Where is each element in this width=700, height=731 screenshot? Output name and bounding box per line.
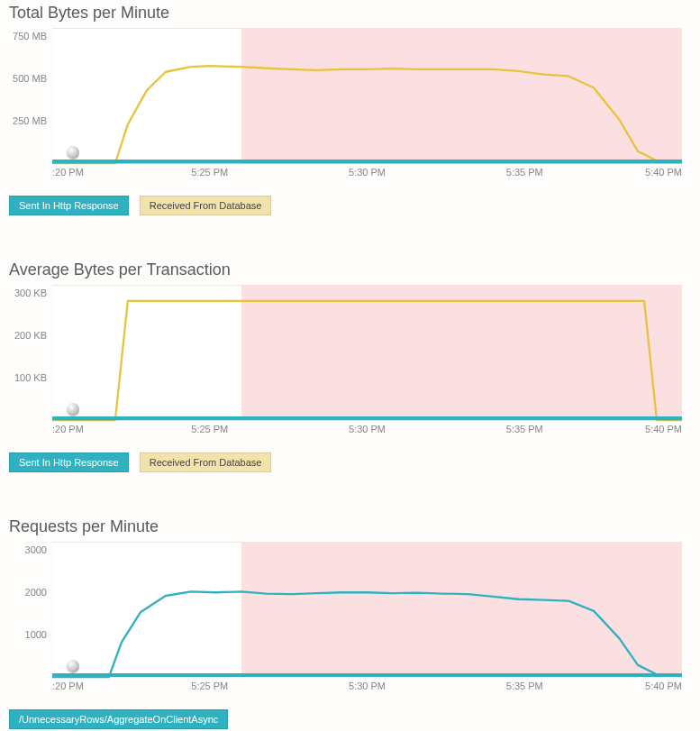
x-tick-label: 5:25 PM xyxy=(191,167,228,178)
y-tick-label: 100 KB xyxy=(14,372,52,383)
x-tick-label: 5:25 PM xyxy=(191,424,228,434)
x-tick-label: 5:35 PM xyxy=(506,424,543,434)
legend-item[interactable]: /UnnecessaryRows/AggregateOnClientAsync xyxy=(9,709,228,729)
x-tick-label: 5:40 PM xyxy=(645,167,682,178)
x-tick-label: 5:40 PM xyxy=(645,681,682,691)
x-tick-label: 5:30 PM xyxy=(349,681,386,691)
legend: /UnnecessaryRows/AggregateOnClientAsync xyxy=(9,709,691,729)
baseline xyxy=(52,416,682,420)
x-tick-label: 5:35 PM xyxy=(506,167,543,178)
y-tick-label: 250 MB xyxy=(13,115,52,126)
slider-knob-icon[interactable] xyxy=(67,146,79,159)
y-tick-label: 3000 xyxy=(25,544,52,555)
slider-knob-icon[interactable] xyxy=(67,660,79,672)
y-tick-label: 300 KB xyxy=(14,288,52,298)
legend: Sent In Http ResponseReceived From Datab… xyxy=(9,452,691,472)
legend: Sent In Http ResponseReceived From Datab… xyxy=(9,196,691,215)
baseline xyxy=(52,673,682,677)
baseline xyxy=(52,160,682,163)
series-line xyxy=(52,66,682,163)
chart-lines xyxy=(52,542,682,677)
chart-title: Total Bytes per Minute xyxy=(9,4,691,23)
y-tick-label: 200 KB xyxy=(14,330,52,341)
x-axis: :20 PM5:25 PM5:30 PM5:35 PM5:40 PM xyxy=(52,681,682,697)
x-axis: :20 PM5:25 PM5:30 PM5:35 PM5:40 PM xyxy=(52,167,682,183)
y-tick-label: 750 MB xyxy=(13,31,52,41)
x-tick-label: 5:40 PM xyxy=(645,424,682,434)
x-tick-label: 5:30 PM xyxy=(349,167,386,178)
x-tick-label: :20 PM xyxy=(52,424,84,434)
chart-total_bytes: Total Bytes per Minute750 MB500 MB250 MB… xyxy=(9,4,691,215)
plot-area[interactable]: 300020001000 xyxy=(52,542,682,677)
chart-lines xyxy=(52,285,682,420)
y-tick-label: 2000 xyxy=(25,587,52,598)
series-line xyxy=(52,591,682,677)
x-tick-label: 5:35 PM xyxy=(506,681,543,691)
x-tick-label: :20 PM xyxy=(52,681,84,691)
legend-item[interactable]: Received From Database xyxy=(140,196,272,215)
x-tick-label: 5:30 PM xyxy=(349,424,386,434)
series-line xyxy=(52,301,682,420)
legend-item[interactable]: Sent In Http Response xyxy=(9,196,129,215)
plot-area[interactable]: 750 MB500 MB250 MB xyxy=(52,28,682,163)
y-tick-label: 500 MB xyxy=(13,73,52,84)
x-axis: :20 PM5:25 PM5:30 PM5:35 PM5:40 PM xyxy=(52,424,682,440)
plot-area[interactable]: 300 KB200 KB100 KB xyxy=(52,285,682,420)
chart-lines xyxy=(52,28,682,163)
chart-title: Requests per Minute xyxy=(9,517,691,536)
y-tick-label: 1000 xyxy=(25,629,52,640)
chart-requests: Requests per Minute300020001000:20 PM5:2… xyxy=(9,517,691,729)
legend-item[interactable]: Received From Database xyxy=(140,452,272,472)
slider-knob-icon[interactable] xyxy=(67,403,79,416)
x-tick-label: 5:25 PM xyxy=(191,681,228,691)
x-tick-label: :20 PM xyxy=(52,167,84,178)
chart-avg_bytes: Average Bytes per Transaction300 KB200 K… xyxy=(9,260,691,472)
legend-item[interactable]: Sent In Http Response xyxy=(9,452,129,472)
chart-title: Average Bytes per Transaction xyxy=(9,260,691,279)
